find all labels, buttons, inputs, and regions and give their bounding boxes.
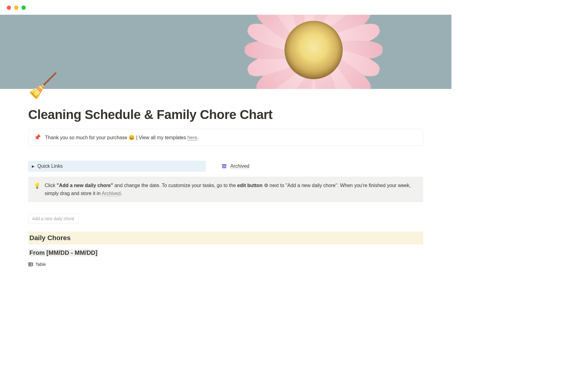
window-controls xyxy=(7,6,26,10)
tip-callout[interactable]: 💡 Click "Add a new daily chore" and chan… xyxy=(28,177,423,202)
window-minimize-button[interactable] xyxy=(14,6,18,10)
quick-links-label: Quick Links xyxy=(37,163,63,169)
pushpin-icon: 📌 xyxy=(34,134,41,141)
archived-label: Archived xyxy=(230,163,249,169)
window-maximize-button[interactable] xyxy=(21,6,26,10)
add-daily-chore-button[interactable]: Add a new daily chore xyxy=(28,214,78,224)
quick-links-toggle[interactable]: ▶ Quick Links xyxy=(28,161,206,172)
cover-image[interactable] xyxy=(0,15,451,89)
thankyou-callout[interactable]: 📌 Thank you so much for your purchase 😄 … xyxy=(28,129,423,146)
archived-inline-link[interactable]: Archived xyxy=(102,191,121,196)
smile-icon: 😄 xyxy=(129,135,135,140)
svg-rect-0 xyxy=(222,164,227,165)
date-range-heading[interactable]: From [MM/DD - MM/DD] xyxy=(28,249,423,256)
svg-rect-2 xyxy=(224,166,225,167)
page-icon[interactable]: 🧹 xyxy=(28,74,58,98)
table-view-label: Table xyxy=(36,262,46,267)
page-title[interactable]: Cleaning Schedule & Family Chore Chart xyxy=(28,107,423,122)
archived-link[interactable]: Archived xyxy=(221,161,249,172)
daily-chores-header[interactable]: Daily Chores xyxy=(28,232,423,244)
table-icon xyxy=(28,262,33,267)
window-close-button[interactable] xyxy=(7,6,11,10)
archive-box-icon xyxy=(221,163,227,169)
templates-link[interactable]: here xyxy=(187,135,197,140)
svg-rect-3 xyxy=(29,263,33,266)
tip-text: Click "Add a new daily chore" and change… xyxy=(45,182,418,197)
table-view-tab[interactable]: Table xyxy=(28,262,423,267)
thankyou-text: Thank you so much for your purchase 😄 | … xyxy=(45,135,198,140)
gear-icon: ⚙ xyxy=(262,183,270,188)
lightbulb-icon: 💡 xyxy=(34,182,40,197)
toggle-triangle-icon: ▶ xyxy=(32,164,34,168)
svg-rect-1 xyxy=(222,166,226,168)
flower-graphic xyxy=(219,15,409,89)
